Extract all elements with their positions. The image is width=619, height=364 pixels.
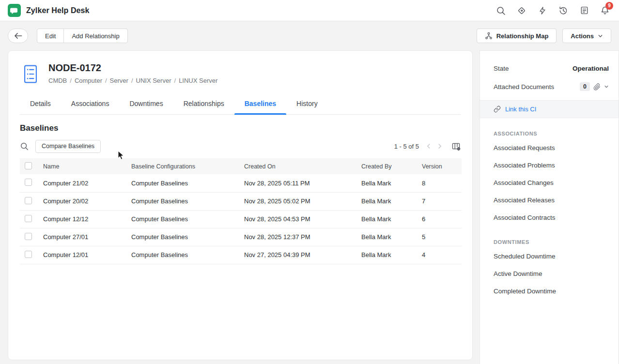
associations-header: ASSOCIATIONS	[480, 131, 619, 136]
action-toolbar: Edit Add Relationship Relationship Map A…	[0, 21, 619, 50]
row-checkbox[interactable]	[25, 233, 32, 240]
state-label: State	[494, 65, 509, 72]
cell-name: Computer 20/02	[43, 192, 131, 210]
cell-created-by: Bella Mark	[361, 192, 422, 210]
row-checkbox[interactable]	[25, 251, 32, 258]
notification-bell-icon[interactable]: 9	[600, 5, 610, 16]
cell-created-by: Bella Mark	[361, 246, 422, 264]
column-header-version: Version	[422, 158, 462, 174]
relationship-map-icon	[485, 32, 493, 40]
breadcrumb: CMDB / Computer / Server / UNIX Server /…	[48, 77, 217, 84]
breadcrumb-server[interactable]: Server	[110, 77, 128, 84]
cell-config: Computer Baselines	[131, 192, 244, 210]
attached-documents-count: 0	[580, 82, 590, 91]
cell-created-on: Nov 28, 2025 05:11 PM	[244, 174, 361, 192]
table-row[interactable]: Computer 27/01 Computer Baselines Nov 28…	[20, 228, 462, 246]
relationship-map-label: Relationship Map	[496, 32, 549, 40]
tab-details[interactable]: Details	[20, 94, 61, 114]
page-next-icon[interactable]	[436, 143, 443, 150]
app-title: Zylker Help Desk	[26, 6, 90, 15]
page-prev-icon[interactable]	[425, 143, 432, 150]
table-row[interactable]: Computer 20/02 Computer Baselines Nov 28…	[20, 192, 462, 210]
topbar-icons: 9	[495, 5, 610, 16]
pagination-range: 1 - 5 of 5	[394, 143, 419, 150]
app-root: Zylker Help Desk 9	[0, 0, 619, 364]
breadcrumb-computer[interactable]: Computer	[75, 77, 102, 84]
sidebar-item-associated-contracts[interactable]: Associated Contracts	[480, 209, 619, 227]
table-header-row: Name Baseline Configurations Created On …	[20, 158, 462, 174]
lightning-icon[interactable]	[537, 5, 548, 16]
sidebar-item-associated-releases[interactable]: Associated Releases	[480, 192, 619, 209]
link-this-ci-label: Link this CI	[505, 106, 536, 113]
toolbar-right: Relationship Map Actions	[477, 29, 611, 43]
chevron-down-icon	[604, 84, 609, 89]
tab-history[interactable]: History	[286, 94, 328, 114]
list-pagination: 1 - 5 of 5	[394, 142, 461, 151]
attached-documents-control[interactable]: 0	[580, 82, 609, 91]
link-this-ci[interactable]: Link this CI	[480, 100, 619, 118]
add-relationship-button[interactable]: Add Relationship	[63, 29, 127, 43]
tab-downtimes[interactable]: Downtimes	[119, 94, 173, 114]
cell-version: 4	[422, 246, 462, 264]
cell-config: Computer Baselines	[131, 210, 244, 228]
cell-version: 8	[422, 174, 462, 192]
tab-associations[interactable]: Associations	[61, 94, 120, 114]
sidebar-item-associated-requests[interactable]: Associated Requests	[480, 139, 619, 157]
sidebar-item-completed-downtime[interactable]: Completed Downtime	[480, 283, 619, 300]
cell-created-on: Nov 28, 2025 04:53 PM	[244, 210, 361, 228]
column-header-created-by: Created By	[361, 158, 422, 174]
table-row[interactable]: Computer 12/01 Computer Baselines Nov 27…	[20, 246, 462, 264]
content: NODE-0172 CMDB / Computer / Server / UNI…	[0, 50, 619, 364]
sidebar-item-active-downtime[interactable]: Active Downtime	[480, 265, 619, 283]
column-header-config: Baseline Configurations	[131, 158, 244, 174]
sidebar-item-associated-problems[interactable]: Associated Problems	[480, 157, 619, 174]
cell-config: Computer Baselines	[131, 174, 244, 192]
feedback-icon[interactable]	[579, 5, 589, 16]
relationship-map-button[interactable]: Relationship Map	[477, 29, 557, 43]
downtimes-group: Scheduled Downtime Active Downtime Compl…	[480, 248, 619, 300]
ci-header: NODE-0172 CMDB / Computer / Server / UNI…	[20, 51, 461, 87]
edit-button[interactable]: Edit	[37, 29, 64, 43]
state-value: Operational	[573, 65, 609, 72]
column-header-name: Name	[43, 158, 131, 174]
cell-created-by: Bella Mark	[361, 210, 422, 228]
cell-config: Computer Baselines	[131, 228, 244, 246]
column-header-created-on: Created On	[244, 158, 361, 174]
history-icon[interactable]	[558, 5, 569, 16]
tab-bar: Details Associations Downtimes Relations…	[20, 94, 461, 115]
sidebar-item-scheduled-downtime[interactable]: Scheduled Downtime	[480, 248, 619, 265]
row-checkbox[interactable]	[25, 215, 32, 222]
column-customize-icon[interactable]	[451, 142, 461, 151]
breadcrumb-linux-server[interactable]: LINUX Server	[179, 77, 217, 84]
select-all-checkbox[interactable]	[25, 162, 32, 169]
row-checkbox[interactable]	[25, 197, 32, 204]
sidebar-item-associated-changes[interactable]: Associated Changes	[480, 174, 619, 192]
cell-version: 5	[422, 228, 462, 246]
table-row[interactable]: Computer 21/02 Computer Baselines Nov 28…	[20, 174, 462, 192]
cell-created-on: Nov 28, 2025 05:02 PM	[244, 192, 361, 210]
baselines-heading: Baselines	[20, 123, 461, 133]
app-logo	[8, 4, 21, 17]
row-checkbox[interactable]	[25, 179, 32, 186]
downtimes-header: DOWNTIMES	[480, 239, 619, 245]
actions-button[interactable]: Actions	[562, 29, 611, 43]
sidebar: State Operational Attached Documents 0	[480, 50, 619, 364]
chevron-down-icon	[598, 33, 603, 39]
explore-icon[interactable]	[516, 5, 527, 16]
state-row: State Operational	[480, 60, 619, 77]
topbar: Zylker Help Desk 9	[0, 0, 619, 21]
table-row[interactable]: Computer 12/12 Computer Baselines Nov 28…	[20, 210, 462, 228]
tab-baselines[interactable]: Baselines	[234, 94, 286, 114]
back-button[interactable]	[8, 29, 28, 43]
paperclip-icon	[593, 83, 601, 91]
cell-version: 7	[422, 192, 462, 210]
breadcrumb-unix-server[interactable]: UNIX Server	[136, 77, 171, 84]
list-search-icon[interactable]	[20, 142, 29, 151]
compare-baselines-button[interactable]: Compare Baselines	[35, 140, 101, 153]
baselines-table: Name Baseline Configurations Created On …	[20, 158, 462, 264]
breadcrumb-separator: /	[131, 77, 133, 84]
breadcrumb-cmdb[interactable]: CMDB	[48, 77, 67, 84]
tab-relationships[interactable]: Relationships	[173, 94, 234, 114]
search-icon[interactable]	[495, 5, 506, 16]
cell-created-by: Bella Mark	[361, 174, 422, 192]
